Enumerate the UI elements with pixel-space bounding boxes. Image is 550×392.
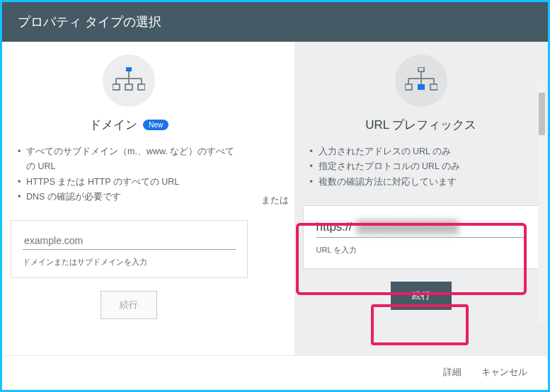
svg-rect-8 — [138, 84, 145, 90]
svg-rect-15 — [405, 84, 412, 90]
bullet-item: 入力されたアドレスの URL のみ — [307, 144, 536, 159]
domain-title: ドメイン — [89, 117, 137, 133]
dialog-footer: 詳細 キャンセル — [4, 355, 546, 388]
svg-rect-16 — [418, 84, 425, 90]
domain-input[interactable] — [23, 232, 236, 250]
url-input-value: https:// — [316, 220, 353, 234]
url-continue-button[interactable]: 続行 — [391, 282, 452, 310]
separator-label: または — [256, 42, 294, 359]
scrollbar-thumb[interactable] — [539, 93, 545, 135]
url-prefix-title: URL プレフィックス — [365, 117, 476, 133]
url-input-card: https:// ████████████ URL を入力 — [303, 205, 540, 269]
bullet-item: HTTPS または HTTP のすべての URL — [15, 175, 244, 190]
bullet-item: 指定されたプロトコルの URL のみ — [307, 159, 536, 174]
domain-input-hint: ドメインまたはサブドメインを入力 — [23, 257, 236, 267]
domain-input-card: ドメインまたはサブドメインを入力 — [11, 220, 248, 278]
svg-rect-17 — [430, 84, 437, 90]
new-badge: New — [143, 120, 168, 130]
dialog-title: プロパティ タイプの選択 — [18, 15, 161, 29]
svg-rect-9 — [418, 67, 424, 71]
url-prefix-card[interactable]: URL プレフィックス 入力されたアドレスの URL のみ 指定されたプロトコル… — [294, 42, 549, 359]
url-bullets: 入力されたアドレスの URL のみ 指定されたプロトコルの URL のみ 複数の… — [303, 144, 540, 190]
dialog-header: プロパティ タイプの選択 — [2, 2, 548, 42]
bullet-item: 複数の確認方法に対応しています — [307, 175, 536, 190]
svg-rect-6 — [113, 84, 120, 90]
sitemap-icon — [103, 54, 155, 107]
sitemap-icon — [395, 54, 447, 107]
domain-continue-button[interactable]: 続行 — [101, 291, 157, 319]
cancel-link[interactable]: キャンセル — [481, 366, 527, 379]
bullet-item: すべてのサブドメイン（m.、www. など）のすべての URL — [15, 144, 244, 175]
svg-rect-0 — [126, 67, 132, 71]
domain-bullets: すべてのサブドメイン（m.、www. など）のすべての URL HTTPS また… — [11, 144, 248, 204]
domain-property-card[interactable]: ドメイン New すべてのサブドメイン（m.、www. など）のすべての URL… — [2, 42, 256, 359]
url-input-hint: URL を入力 — [316, 245, 527, 255]
bullet-item: DNS の確認が必要です — [15, 190, 244, 204]
svg-rect-7 — [125, 84, 132, 90]
url-input-blurred: ████████████ — [357, 220, 459, 234]
details-link[interactable]: 詳細 — [443, 366, 462, 379]
